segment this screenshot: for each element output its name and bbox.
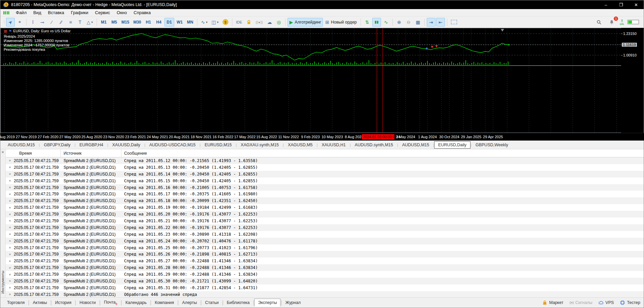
chart-tab-EURGBP,H4[interactable]: EURGBP,H4 bbox=[75, 142, 107, 148]
log-row[interactable]: 2025.05.17 08:47:21.759SpreadMulti 2 (EU… bbox=[6, 258, 644, 264]
horizontal-line-button[interactable]: ⊸ bbox=[38, 18, 47, 27]
log-row[interactable]: 2025.05.17 08:47:21.759SpreadMulti 2 (EU… bbox=[6, 204, 644, 211]
maximize-button[interactable]: ❐ bbox=[613, 0, 629, 9]
date-axis[interactable]: 29 Aug 201927 Nov 201927 Feb 202027 May … bbox=[0, 133, 644, 141]
log-column-header-1[interactable]: Источник bbox=[61, 149, 121, 157]
timeframe-D1-button[interactable]: D1 bbox=[164, 18, 174, 27]
shapes-button[interactable]: △▾ bbox=[85, 18, 94, 27]
fibo-button[interactable]: ≡ bbox=[66, 18, 75, 27]
statusbar-tab-Новости[interactable]: Новости bbox=[76, 299, 99, 306]
statusbar-tab-Календарь[interactable]: Календарь bbox=[122, 299, 150, 306]
chart-tab-EURUSD,M15[interactable]: EURUSD,M15 bbox=[200, 142, 236, 148]
chart-tab-XAUUSD,H1[interactable]: XAUUSD,H1 bbox=[317, 142, 350, 148]
market-lock-button[interactable] bbox=[244, 18, 253, 27]
menu-item-Окно[interactable]: Окно bbox=[113, 9, 130, 16]
log-row[interactable]: 2025.05.17 08:47:21.759SpreadMulti 2 (EU… bbox=[6, 197, 644, 204]
log-row[interactable]: 2025.05.17 08:47:21.759SpreadMulti 2 (EU… bbox=[6, 171, 644, 178]
indicators-button[interactable]: ◫▾ bbox=[210, 18, 220, 27]
chart-tab-AUDUSD,M15[interactable]: AUDUSD,M15 bbox=[4, 142, 39, 148]
log-row[interactable]: 2025.05.17 08:47:21.759SpreadMulti 2 (EU… bbox=[6, 178, 644, 184]
zoom-out-button[interactable]: ⊖ bbox=[404, 18, 413, 27]
chart-tab-XAGUSD,M5[interactable]: XAGUSD,M5 bbox=[284, 142, 317, 148]
statusbar-tab-Эксперты[interactable]: Эксперты bbox=[254, 299, 280, 307]
statusbar-tab-Библиотека[interactable]: Библиотека bbox=[223, 299, 253, 306]
chart-tab-EURUSD,Daily[interactable]: EURUSD,Daily bbox=[434, 141, 470, 149]
menu-item-Графики[interactable]: Графики bbox=[68, 9, 92, 16]
log-column-header-0[interactable]: Время bbox=[6, 149, 61, 157]
line-studies-button[interactable]: ∿▾ bbox=[199, 18, 209, 27]
log-row[interactable]: 2025.05.17 08:47:21.759SpreadMulti 2 (EU… bbox=[6, 191, 644, 197]
timeframe-H4-button[interactable]: H4 bbox=[154, 18, 164, 27]
menu-item-Файл[interactable]: Файл bbox=[12, 9, 30, 16]
cloud-button[interactable]: ☁ bbox=[265, 18, 274, 27]
tile-windows-button[interactable]: ▦ bbox=[414, 18, 422, 27]
statusbar-tab-Почта[interactable]: Почта8 bbox=[101, 299, 121, 307]
log-row[interactable]: 2025.05.17 08:47:21.759SpreadMulti 2 (EU… bbox=[6, 251, 644, 258]
auto-scroll-button[interactable]: ⇤ bbox=[436, 18, 445, 27]
timeframe-M1-button[interactable]: M1 bbox=[99, 18, 109, 27]
menu-item-Сервис[interactable]: Сервис bbox=[92, 9, 114, 16]
quotes-button[interactable]: $ bbox=[221, 18, 230, 27]
chart-tab-XAUUSD,Daily[interactable]: XAUUSD,Daily bbox=[108, 142, 144, 148]
log-row[interactable]: 2025.05.17 08:47:21.759SpreadMulti 2 (EU… bbox=[6, 231, 644, 238]
market-status[interactable]: Маркет bbox=[542, 300, 563, 305]
log-row[interactable]: 2025.05.17 08:47:21.759SpreadMulti 2 (EU… bbox=[6, 264, 644, 271]
zoom-in-button[interactable]: ⊕ bbox=[395, 18, 404, 27]
screenshot-button[interactable] bbox=[449, 18, 459, 27]
new-order-button[interactable]: ⊞Новый ордер bbox=[324, 18, 358, 27]
timeframe-H1-button[interactable]: H1 bbox=[144, 18, 153, 27]
price-chart[interactable] bbox=[0, 28, 622, 133]
close-button[interactable]: ✕ bbox=[629, 0, 644, 9]
timeframe-M5-button[interactable]: M5 bbox=[109, 18, 119, 27]
trendline-button[interactable]: ∕ bbox=[47, 18, 56, 27]
channel-button[interactable]: ∕∕ bbox=[57, 18, 66, 27]
vertical-line-button[interactable]: ǀ bbox=[29, 18, 37, 27]
log-row[interactable]: 2025.05.17 08:47:21.759SpreadMulti 2 (EU… bbox=[6, 238, 644, 244]
menu-item-Справка[interactable]: Справка bbox=[130, 9, 154, 16]
timeframe-M15-button[interactable]: M15 bbox=[120, 18, 131, 27]
timeframe-M30-button[interactable]: M30 bbox=[131, 18, 143, 27]
log-row[interactable]: 2025.05.17 08:47:21.759SpreadMulti 2 (EU… bbox=[6, 184, 644, 191]
levels-button[interactable]: ⇑LVL bbox=[620, 19, 624, 25]
log-row[interactable]: 2025.05.17 08:47:21.759SpreadMulti 2 (EU… bbox=[6, 244, 644, 251]
minimize-button[interactable]: – bbox=[598, 0, 613, 9]
statusbar-tab-История[interactable]: История bbox=[52, 299, 75, 306]
line-mode-button[interactable]: ∿ bbox=[382, 18, 390, 27]
menu-item-Вставка[interactable]: Вставка bbox=[45, 9, 68, 16]
log-column-header-2[interactable]: Сообщение bbox=[121, 149, 644, 157]
crosshair-button[interactable]: ⌖ bbox=[15, 18, 24, 27]
menu-item-Вид[interactable]: Вид bbox=[30, 9, 45, 16]
chart-tab-GBPJPY,Daily[interactable]: GBPJPY,Daily bbox=[40, 142, 74, 148]
chart-tab-AUDUSD.synth,M15[interactable]: AUDUSD.synth,M15 bbox=[351, 142, 397, 148]
statusbar-tab-Компания[interactable]: Компания bbox=[151, 299, 177, 306]
log-row[interactable]: 2025.05.17 08:47:21.759SpreadMulti 2 (EU… bbox=[6, 211, 644, 218]
chart-tab-GBPUSD,Weekly[interactable]: GBPUSD,Weekly bbox=[471, 142, 512, 148]
log-row[interactable]: 2025.05.17 08:47:21.759SpreadMulti 2 (EU… bbox=[6, 224, 644, 231]
statusbar-tab-Журнал[interactable]: Журнал bbox=[282, 299, 304, 306]
signals-status[interactable]: ((●))Сигналы bbox=[569, 300, 592, 305]
search-button[interactable] bbox=[595, 18, 603, 27]
log-row[interactable]: 2025.05.17 08:47:21.759SpreadMulti 2 (EU… bbox=[6, 278, 644, 284]
bars-button[interactable]: ▮▮ bbox=[372, 18, 381, 27]
shift-end-button[interactable]: ⇥ bbox=[427, 18, 435, 27]
log-row[interactable]: 2025.05.17 08:47:21.759SpreadMulti 2 (EU… bbox=[6, 291, 644, 297]
cursor-button[interactable]: ➤ bbox=[6, 18, 15, 27]
ide-button[interactable]: IDE bbox=[234, 18, 244, 27]
chart-area[interactable]: ▦ ⚑ EURUSD, Daily: Euro vs US Dollar Янв… bbox=[0, 28, 644, 141]
vps-status[interactable]: VPS bbox=[598, 300, 614, 305]
chart-tab-XAGXAU.synth,M15[interactable]: XAGXAU.synth,M15 bbox=[237, 142, 283, 148]
statusbar-tab-Статьи[interactable]: Статьи bbox=[202, 299, 222, 306]
algo-trading-button[interactable]: ▶Алготрейдинг bbox=[288, 18, 323, 27]
updown-button[interactable]: ⇅ bbox=[363, 18, 372, 27]
statusbar-tab-Торговля[interactable]: Торговля bbox=[4, 299, 28, 306]
log-row[interactable]: 2025.05.17 08:47:21.759SpreadMulti 2 (EU… bbox=[6, 157, 644, 164]
community-button[interactable]: ◎ bbox=[274, 18, 283, 27]
statusbar-tab-Алерты[interactable]: Алерты bbox=[179, 299, 200, 306]
toolbox-close-icon[interactable]: ✕ bbox=[1, 150, 4, 154]
timeframe-MN-button[interactable]: MN bbox=[185, 18, 195, 27]
notifications-button[interactable]: 1 bbox=[607, 18, 616, 27]
log-row[interactable]: 2025.05.17 08:47:21.759SpreadMulti 2 (EU… bbox=[6, 284, 644, 291]
chart-tab-AUDUSD-USDCAD,M15[interactable]: AUDUSD-USDCAD,M15 bbox=[145, 142, 200, 148]
signals-button[interactable]: ((●)) bbox=[254, 18, 264, 27]
statusbar-tab-Активы[interactable]: Активы bbox=[29, 299, 50, 306]
